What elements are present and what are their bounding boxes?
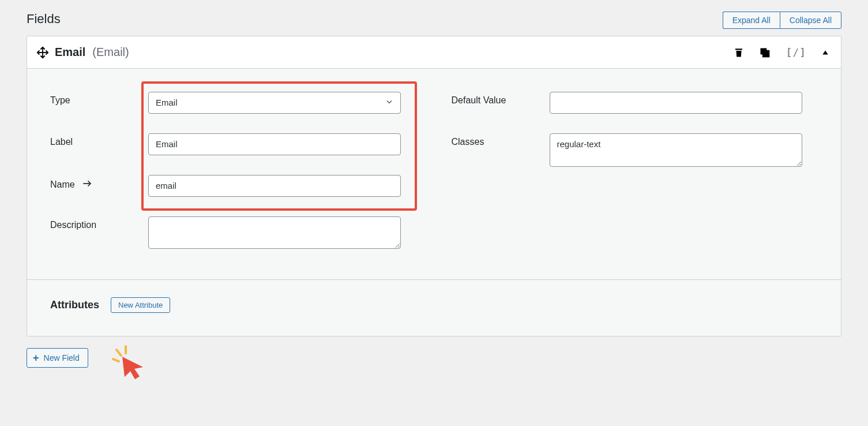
annotation-cursor — [111, 345, 151, 382]
classes-textarea[interactable]: regular-text — [550, 133, 802, 167]
plus-icon: + — [33, 353, 39, 363]
svg-line-9 — [117, 350, 121, 356]
label-default-value: Default Value — [452, 92, 538, 106]
label-name: Name — [50, 175, 137, 191]
row-classes: Classes regular-text — [452, 133, 818, 169]
expand-all-button[interactable]: Expand All — [723, 12, 780, 29]
svg-line-8 — [113, 359, 119, 361]
duplicate-icon[interactable] — [759, 47, 771, 58]
attributes-section: Attributes New Attribute — [27, 279, 841, 336]
svg-rect-2 — [735, 48, 742, 50]
collapse-toggle-icon[interactable] — [821, 48, 829, 57]
new-attribute-button[interactable]: New Attribute — [111, 297, 170, 313]
drag-handle-icon[interactable] — [36, 46, 49, 59]
row-name: Name — [50, 175, 417, 197]
type-select[interactable]: Email — [148, 92, 401, 114]
field-header: Email (Email) [/] — [27, 36, 841, 69]
label-description: Description — [50, 216, 137, 230]
arrow-right-icon — [81, 178, 93, 191]
row-description: Description — [50, 216, 417, 251]
row-type: Type Email — [50, 92, 417, 114]
left-column: Type Email — [50, 92, 417, 251]
label-type: Type — [50, 92, 137, 106]
header-actions: Expand All Collapse All — [723, 12, 841, 29]
svg-rect-5 — [763, 50, 769, 57]
right-column: Default Value Classes regular-text — [452, 92, 818, 251]
name-input[interactable] — [148, 175, 401, 197]
label-name-text: Name — [50, 180, 75, 190]
field-subtitle: (Email) — [92, 46, 129, 59]
label-input[interactable] — [148, 133, 401, 155]
attributes-heading: Attributes — [50, 299, 99, 311]
delete-icon[interactable] — [734, 47, 744, 58]
collapse-all-button[interactable]: Collapse All — [780, 12, 841, 29]
field-body: Type Email — [27, 69, 841, 279]
field-title: Email — [55, 46, 85, 59]
label-label: Label — [50, 133, 137, 147]
row-default-value: Default Value — [452, 92, 818, 114]
page-title: Fields — [27, 12, 61, 27]
row-label: Label — [50, 133, 417, 155]
field-card: Email (Email) [/] — [27, 36, 841, 337]
default-value-input[interactable] — [550, 92, 802, 114]
shortcode-icon[interactable]: [/] — [786, 46, 806, 58]
svg-marker-6 — [822, 50, 828, 54]
new-field-label: New Field — [44, 353, 80, 363]
new-field-button[interactable]: + New Field — [27, 348, 88, 368]
description-textarea[interactable] — [148, 216, 401, 249]
label-classes: Classes — [452, 133, 538, 147]
